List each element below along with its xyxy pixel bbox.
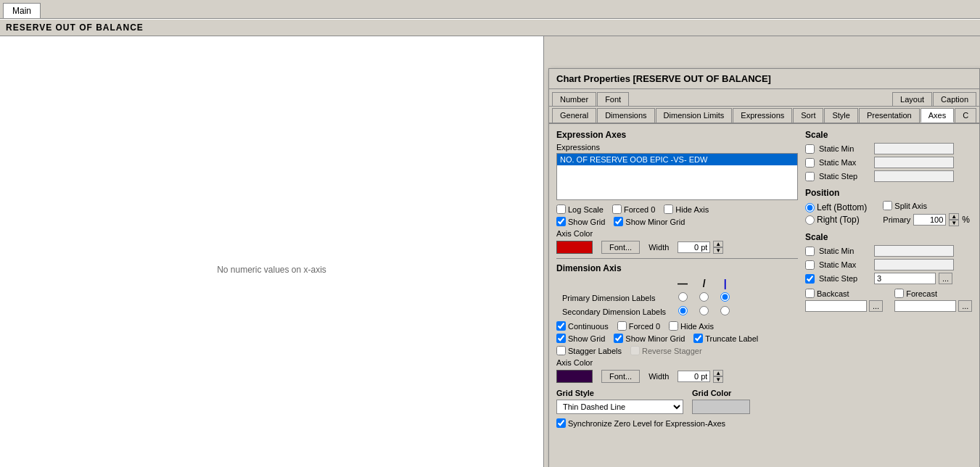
dim-show-grid-label: Show Grid xyxy=(568,334,605,343)
dim-hide-axis-input[interactable] xyxy=(669,321,678,331)
show-grid-expr-check[interactable]: Show Grid xyxy=(556,217,605,226)
primary-down[interactable]: ▼ xyxy=(949,220,959,226)
expr-font-btn[interactable]: Font... xyxy=(601,241,640,254)
hide-axis-input[interactable] xyxy=(664,204,673,214)
main-tab[interactable]: Main xyxy=(3,3,41,18)
forecast-check[interactable]: Forecast xyxy=(894,289,972,298)
dim-axis-color-swatch[interactable] xyxy=(556,370,593,383)
primary-radio-2[interactable] xyxy=(720,292,730,302)
dim-width-down[interactable]: ▼ xyxy=(713,376,723,383)
grid-style-label: Grid Style xyxy=(556,389,683,397)
left-bottom-radio[interactable]: Left (Bottom) xyxy=(805,202,867,212)
tab-presentation[interactable]: Presentation xyxy=(859,108,920,123)
static-min-dim-check[interactable] xyxy=(805,247,815,256)
dialog-tab-row1: Number Font Layout Caption xyxy=(549,89,979,107)
static-max-dim-input[interactable] xyxy=(874,259,954,270)
backcast-check[interactable]: Backcast xyxy=(805,289,883,298)
left-bottom-input[interactable] xyxy=(805,203,815,212)
dim-width-up[interactable]: ▲ xyxy=(713,370,723,376)
dim-forced-0-check[interactable]: Forced 0 xyxy=(617,321,660,331)
stagger-labels-input[interactable] xyxy=(556,346,566,355)
static-step-dim-dots[interactable]: ... xyxy=(939,273,952,284)
truncate-label-input[interactable] xyxy=(693,334,703,343)
sync-check[interactable]: Synchronize Zero Level for Expression-Ax… xyxy=(556,418,725,428)
static-min-expr-input[interactable] xyxy=(874,143,954,154)
sync-label: Synchronize Zero Level for Expression-Ax… xyxy=(568,419,725,428)
primary-up[interactable]: ▲ xyxy=(949,213,959,220)
secondary-radio-0[interactable] xyxy=(678,306,688,315)
right-top-radio[interactable]: Right (Top) xyxy=(805,215,867,225)
log-scale-check[interactable]: Log Scale xyxy=(556,204,604,214)
forecast-dots-btn[interactable]: ... xyxy=(958,300,972,312)
stagger-labels-check[interactable]: Stagger Labels xyxy=(556,346,622,355)
forecast-input[interactable] xyxy=(894,289,904,298)
expr-width-spinner: ▲ ▼ xyxy=(713,241,723,254)
expr-width-up[interactable]: ▲ xyxy=(713,241,723,247)
tab-number[interactable]: Number xyxy=(552,92,596,106)
primary-spinner: ▲ ▼ xyxy=(949,213,959,226)
secondary-radio-2[interactable] xyxy=(720,306,730,315)
backcast-input-row: ... xyxy=(805,300,883,312)
expr-width-down[interactable]: ▼ xyxy=(713,247,723,254)
tab-font[interactable]: Font xyxy=(597,92,629,106)
tab-c[interactable]: C xyxy=(955,108,976,123)
static-step-expr-input[interactable] xyxy=(874,170,954,182)
show-minor-grid-expr-check[interactable]: Show Minor Grid xyxy=(614,217,685,226)
tab-style[interactable]: Style xyxy=(824,108,857,123)
expressions-listbox[interactable]: NO. OF RESERVE OOB EPIC -VS- EDW xyxy=(556,153,798,200)
static-step-dim-input[interactable] xyxy=(874,273,936,284)
static-max-expr-check[interactable] xyxy=(805,158,815,168)
static-min-expr-check[interactable] xyxy=(805,144,815,154)
split-axis-input[interactable] xyxy=(883,201,892,210)
chart-properties-dialog: Chart Properties [RESERVE OUT OF BALANCE… xyxy=(548,68,980,467)
split-axis-check[interactable]: Split Axis xyxy=(883,201,970,210)
show-minor-grid-expr-input[interactable] xyxy=(614,217,623,226)
sync-input[interactable] xyxy=(556,418,566,428)
tab-axes[interactable]: Axes xyxy=(921,108,954,123)
hide-axis-check[interactable]: Hide Axis xyxy=(664,204,709,214)
primary-radio-0[interactable] xyxy=(678,292,688,302)
continuous-check[interactable]: Continuous xyxy=(556,321,609,331)
forced-0-input[interactable] xyxy=(612,204,622,214)
expr-width-input[interactable] xyxy=(678,241,710,253)
show-grid-expr-input[interactable] xyxy=(556,217,566,226)
static-min-dim-input[interactable] xyxy=(874,245,954,257)
dim-show-minor-grid-check[interactable]: Show Minor Grid xyxy=(614,334,685,343)
static-max-dim-check[interactable] xyxy=(805,260,815,270)
dim-font-btn[interactable]: Font... xyxy=(601,370,640,383)
static-step-dim-check[interactable] xyxy=(805,274,815,284)
static-step-expr-check[interactable] xyxy=(805,172,815,181)
grid-color-swatch[interactable] xyxy=(692,400,750,414)
forecast-value-input[interactable] xyxy=(894,300,956,312)
backcast-value-input[interactable] xyxy=(805,300,867,312)
listbox-item-0[interactable]: NO. OF RESERVE OOB EPIC -VS- EDW xyxy=(557,154,797,165)
tab-sort[interactable]: Sort xyxy=(793,108,823,123)
continuous-input[interactable] xyxy=(556,321,566,331)
tab-dimension-limits[interactable]: Dimension Limits xyxy=(656,108,733,123)
log-scale-input[interactable] xyxy=(556,204,566,214)
dim-show-minor-grid-input[interactable] xyxy=(614,334,623,343)
grid-style-select[interactable]: Thin Dashed Line Solid Line Dotted Line … xyxy=(556,400,683,414)
forced-0-check[interactable]: Forced 0 xyxy=(612,204,655,214)
tab-dimensions[interactable]: Dimensions xyxy=(597,108,654,123)
right-top-input[interactable] xyxy=(805,215,815,225)
primary-radio-1[interactable] xyxy=(699,292,709,302)
truncate-label-check[interactable]: Truncate Label xyxy=(693,334,758,343)
tab-caption[interactable]: Caption xyxy=(933,92,976,106)
expr-axis-color-swatch[interactable] xyxy=(556,241,593,254)
tab-layout[interactable]: Layout xyxy=(892,92,932,106)
dim-show-grid-check[interactable]: Show Grid xyxy=(556,334,605,343)
app-title: RESERVE OUT OF BALANCE xyxy=(6,22,144,33)
dim-forced-0-input[interactable] xyxy=(617,321,627,331)
dim-show-grid-input[interactable] xyxy=(556,334,566,343)
tab-general[interactable]: General xyxy=(552,108,596,123)
primary-input[interactable] xyxy=(913,214,946,226)
tab-expressions[interactable]: Expressions xyxy=(733,108,792,123)
backcast-dots-btn[interactable]: ... xyxy=(869,300,883,312)
static-max-expr-input[interactable] xyxy=(874,157,954,168)
backcast-input[interactable] xyxy=(805,289,815,298)
dim-width-input[interactable] xyxy=(678,371,710,382)
expr-color-font-row: Font... Width ▲ ▼ xyxy=(556,241,798,254)
secondary-radio-1[interactable] xyxy=(699,306,709,315)
dim-hide-axis-check[interactable]: Hide Axis xyxy=(669,321,714,331)
